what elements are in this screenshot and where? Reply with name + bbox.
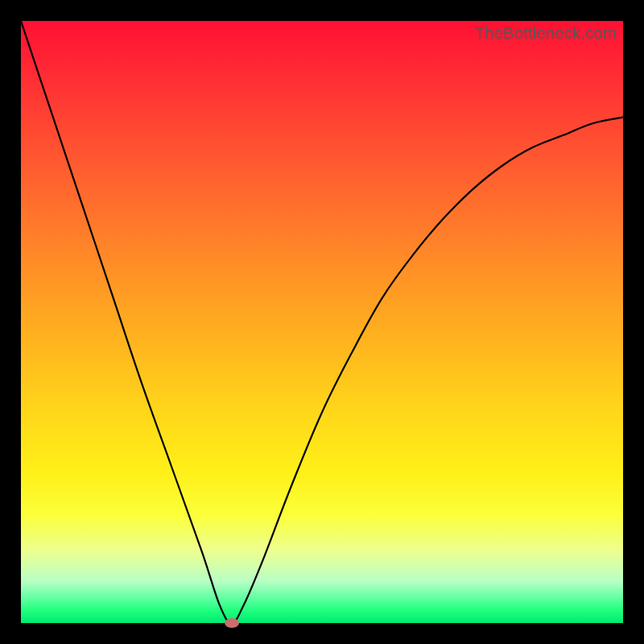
curve-svg <box>21 21 623 623</box>
bottleneck-curve-path <box>21 21 623 623</box>
chart-frame: TheBottleneck.com <box>0 0 644 644</box>
plot-area: TheBottleneck.com <box>21 21 623 623</box>
watermark-text: TheBottleneck.com <box>475 24 617 43</box>
optimal-marker <box>225 618 239 628</box>
